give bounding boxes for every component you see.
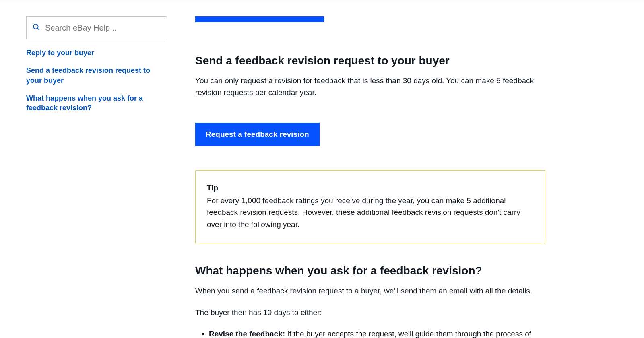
- nav-link-send-request[interactable]: Send a feedback revision request to your…: [26, 66, 167, 85]
- request-revision-button[interactable]: Request a feedback revision: [195, 123, 320, 146]
- accent-bar: [195, 16, 324, 22]
- section-para-what-1: When you send a feedback revision reques…: [195, 285, 545, 297]
- bullet-strong: Revise the feedback:: [209, 330, 285, 338]
- section-para-what-2: The buyer then has 10 days to either:: [195, 307, 545, 318]
- svg-point-0: [33, 24, 38, 29]
- section-heading-what-happens: What happens when you ask for a feedback…: [195, 264, 545, 278]
- tip-title: Tip: [207, 183, 534, 192]
- nav-link-reply[interactable]: Reply to your buyer: [26, 48, 167, 58]
- sidebar: Reply to your buyer Send a feedback revi…: [26, 16, 179, 338]
- search-icon: [32, 23, 40, 33]
- main-content: Send a feedback revision request to your…: [195, 16, 545, 338]
- search-box[interactable]: [26, 16, 167, 39]
- bullet-item-revise: Revise the feedback: If the buyer accept…: [209, 328, 545, 338]
- section-heading-send: Send a feedback revision request to your…: [195, 54, 545, 68]
- nav-link-what-happens[interactable]: What happens when you ask for a feedback…: [26, 93, 167, 113]
- search-input[interactable]: [45, 23, 161, 33]
- tip-body: For every 1,000 feedback ratings you rec…: [207, 195, 534, 230]
- tip-box: Tip For every 1,000 feedback ratings you…: [195, 170, 545, 243]
- bullet-rest: If the buyer accepts the request, we'll …: [285, 330, 531, 338]
- svg-line-1: [37, 28, 39, 30]
- section-para-send: You can only request a revision for feed…: [195, 75, 545, 99]
